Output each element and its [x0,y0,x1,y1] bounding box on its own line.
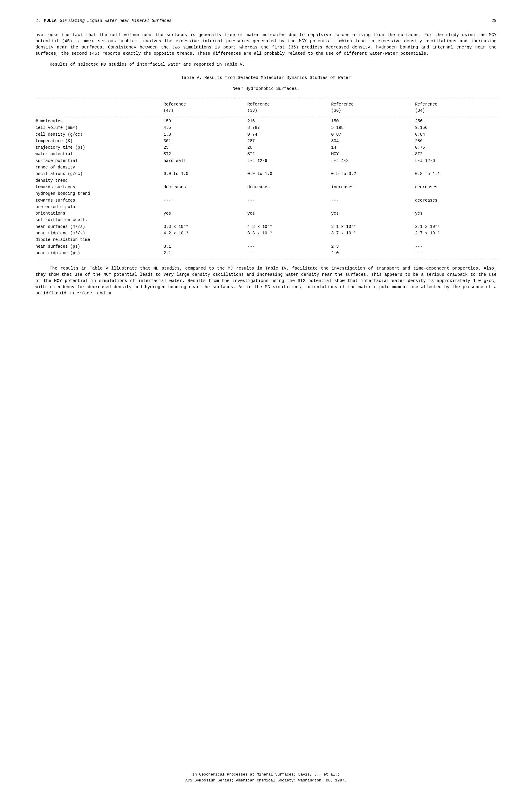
table-row: cell volume (nm³)4.58.7875.1989.156 [35,125,497,131]
results-table: Reference (47) Reference (33) Reference … [35,101,497,114]
table-row: # molecules150216150256 [35,118,497,125]
page-number: 29 [492,18,497,24]
footer: In Geochemical Processes at Mineral Surf… [0,772,532,783]
page-header: 2. MULLA Simulating Liquid Water near Mi… [35,18,497,24]
col-header-empty [35,101,161,114]
table-row: water potentialST2ST2MCYST2 [35,151,497,157]
table-row: near midplane (ps)2.1---2.0--- [35,250,497,256]
col-header-ref47-line1: Reference (47) [161,101,245,114]
chapter-title: Simulating Liquid Water near Mineral Sur… [60,18,172,24]
table-v: Reference (47) Reference (33) Reference … [35,99,497,258]
table-row: density trend [35,177,497,184]
header-left: 2. MULLA Simulating Liquid Water near Mi… [35,18,172,24]
table-row: orientationsyesyesyesyes [35,210,497,217]
col-header-ref34-line1: Reference (34) [413,101,497,114]
footer-line1: In Geochemical Processes at Mineral Surf… [0,772,532,778]
footer-line2: ACS Symposium Series; American Chemical … [0,778,532,783]
table-row: near surfaces (ps)3.1---2.3--- [35,243,497,250]
table-top-rule [35,99,497,99]
table-row: trajectory time (ps)2520140.75 [35,144,497,151]
table-bottom-rule [35,258,497,258]
table-header-row: Reference (47) Reference (33) Reference … [35,101,497,114]
author-name: MULLA [44,18,56,24]
table-row: towards surfaces---------decreases [35,197,497,204]
table-caption-line1: Table V. Results from Selected Molecular… [35,75,497,81]
table-row: self-diffusion coeff. [35,217,497,223]
table-row: dipole relaxation time [35,237,497,243]
table-caption-line2: Near Hydrophobic Surfaces. [35,86,497,92]
table-row: hydrogen bonding trend [35,190,497,197]
col-header-ref33-line1: Reference (33) [245,101,329,114]
body-paragraph-1: overlooks the fact that the cell volume … [35,32,497,57]
table-row: surface potentialhard wallL-J 12-6L-J 4-… [35,157,497,164]
table-header-rule [35,116,497,116]
table-row: near surfaces (m²/s)3.3 x 10⁻⁹4.8 x 10⁻⁹… [35,223,497,230]
table-row: oscillations (g/cc)0.9 to 1.00.9 to 1.00… [35,170,497,177]
col-header-ref36-line1: Reference (36) [329,101,413,114]
table-row: temperature (K)301287304286 [35,138,497,144]
table-row: near midplane (m²/s)4.2 x 10⁻⁹3.3 x 10⁻⁹… [35,230,497,237]
table-row: preferred dipolar [35,204,497,210]
table-row: range of density [35,164,497,170]
section-number: 2. [35,18,40,24]
table-row: towards surfacesdecreasesdecreasesincrea… [35,184,497,190]
body-paragraph-2: Results of selected MD studies of interf… [35,61,497,68]
results-table-body: # molecules150216150256cell volume (nm³)… [35,118,497,256]
body-paragraph-3: The results in Table V illustrate that M… [35,265,497,296]
table-row: cell density (g/cc)1.00.740.870.84 [35,131,497,138]
